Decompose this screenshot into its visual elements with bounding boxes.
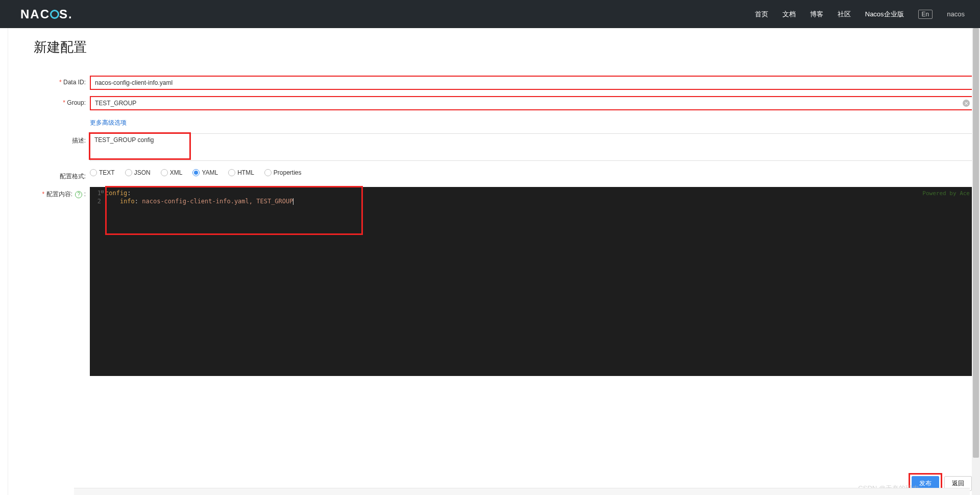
radio-dot-icon — [161, 169, 168, 176]
page-title: 新建配置 — [34, 38, 975, 61]
radio-dot-icon — [264, 169, 272, 176]
user-name[interactable]: nacos — [947, 10, 965, 18]
label-group: Group: — [34, 96, 90, 106]
format-label: Properties — [274, 169, 302, 176]
content-area: 〈 新建配置 Data ID: Group: ✕ 更多高级选项 描述: — [8, 28, 980, 495]
label-data-id: Data ID: — [34, 76, 90, 86]
input-desc[interactable] — [90, 133, 975, 161]
format-label: JSON — [134, 169, 151, 176]
format-radio-json[interactable]: JSON — [125, 169, 151, 176]
format-radio-text[interactable]: TEXT — [90, 169, 115, 176]
nav-blog[interactable]: 博客 — [810, 10, 823, 19]
help-icon[interactable]: ? — [75, 191, 82, 198]
lang-toggle[interactable]: En — [918, 10, 933, 19]
format-label: XML — [170, 169, 183, 176]
format-radio-xml[interactable]: XML — [161, 169, 183, 176]
nav-docs[interactable]: 文档 — [782, 10, 796, 19]
horizontal-scrollbar[interactable] — [74, 488, 970, 495]
radio-dot-icon — [90, 169, 97, 176]
nav-menu: 首页 文档 博客 社区 Nacos企业版 En nacos — [755, 10, 965, 19]
format-radio-html[interactable]: HTML — [228, 169, 254, 176]
format-label: TEXT — [99, 169, 115, 176]
nav-community[interactable]: 社区 — [838, 10, 851, 19]
top-navbar: NACS. 首页 文档 博客 社区 Nacos企业版 En nacos — [0, 0, 980, 28]
label-desc: 描述: — [34, 133, 90, 145]
radio-dot-icon — [228, 169, 235, 176]
label-format: 配置格式: — [34, 169, 90, 181]
nav-enterprise[interactable]: Nacos企业版 — [865, 10, 904, 19]
nav-home[interactable]: 首页 — [755, 10, 768, 19]
vertical-scrollbar[interactable] — [972, 28, 980, 495]
code-editor[interactable]: 12 ⊟ config: info: nacos-config-client-i… — [90, 187, 975, 376]
label-content: 配置内容: ? : — [34, 187, 90, 199]
clear-icon[interactable]: ✕ — [963, 100, 970, 107]
editor-powered-label: Powered by Ace — [922, 190, 970, 197]
format-label: YAML — [202, 169, 218, 176]
format-radio-yaml[interactable]: YAML — [192, 169, 218, 176]
format-radio-properties[interactable]: Properties — [264, 169, 302, 176]
advanced-options-link[interactable]: 更多高级选项 — [90, 119, 127, 127]
radio-dot-icon — [192, 169, 200, 176]
input-group[interactable] — [90, 96, 975, 110]
format-label: HTML — [237, 169, 254, 176]
input-data-id[interactable] — [90, 76, 975, 90]
format-radio-group: TEXTJSONXMLYAMLHTMLProperties — [90, 169, 975, 176]
logo: NACS. — [20, 7, 73, 21]
radio-dot-icon — [125, 169, 132, 176]
